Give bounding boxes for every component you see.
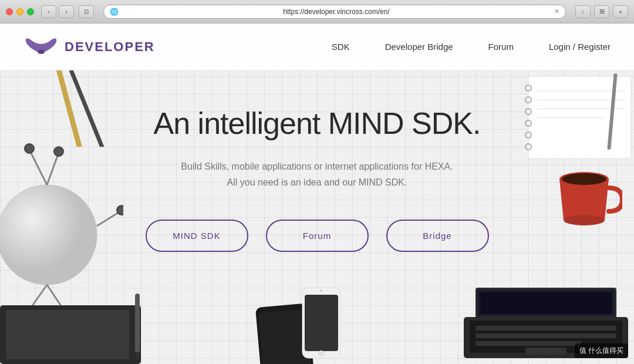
svg-rect-51: [478, 290, 614, 316]
nav-sdk[interactable]: SDK: [332, 42, 350, 52]
traffic-lights: [6, 8, 34, 15]
logo-text: DEVELOPER: [65, 39, 155, 55]
svg-point-53: [38, 49, 45, 54]
extensions-button[interactable]: +: [613, 5, 628, 18]
forum-button[interactable]: Forum: [266, 220, 369, 252]
website-content: DEVELOPER SDK Developer Bridge Forum Log…: [0, 23, 634, 364]
watermark-text: 值 什么值得买: [579, 346, 623, 355]
browser-actions: ↑ ⊞ +: [575, 5, 628, 18]
close-window-button[interactable]: [6, 8, 13, 15]
hero-buttons: MIND SDK Forum Bridge: [146, 220, 489, 252]
security-icon: 🌐: [110, 8, 119, 16]
nav-developer-bridge[interactable]: Developer Bridge: [385, 42, 453, 52]
minimize-window-button[interactable]: [16, 8, 23, 15]
bridge-button[interactable]: Bridge: [386, 220, 489, 252]
forward-button[interactable]: ›: [59, 5, 74, 18]
svg-rect-46: [476, 326, 616, 331]
svg-point-18: [21, 311, 30, 320]
svg-point-38: [318, 350, 324, 356]
mind-sdk-button[interactable]: MIND SDK: [146, 220, 248, 252]
hero-section: An intelligent MIND SDK. Build Skills, m…: [0, 70, 634, 275]
watermark: 值 什么值得买: [575, 343, 628, 358]
share-button[interactable]: ↑: [575, 5, 591, 18]
svg-rect-50: [476, 288, 616, 318]
svg-marker-43: [135, 352, 140, 361]
svg-line-17: [26, 285, 47, 314]
back-button[interactable]: ‹: [41, 5, 56, 18]
logo-area[interactable]: DEVELOPER: [23, 35, 155, 59]
svg-rect-49: [525, 348, 566, 355]
clear-url-button[interactable]: ✕: [554, 8, 559, 15]
navbar: DEVELOPER SDK Developer Bridge Forum Log…: [0, 23, 634, 70]
new-tab-button[interactable]: ⊞: [594, 5, 609, 18]
address-bar[interactable]: 🌐 https://developer.vincross.com/en/ ✕: [103, 5, 566, 19]
url-display: https://developer.vincross.com/en/: [122, 8, 551, 16]
browser-chrome: ‹ › ⊡ 🌐 https://developer.vincross.com/e…: [0, 0, 634, 23]
svg-rect-42: [135, 294, 140, 352]
svg-rect-40: [0, 305, 141, 364]
hero-subtitle-line2: All you need is an idea and our MIND SDK…: [227, 177, 407, 187]
vincross-logo-icon: [23, 35, 59, 59]
svg-rect-52: [480, 292, 612, 314]
svg-rect-47: [476, 333, 616, 338]
browser-nav-arrows: ‹ ›: [41, 5, 74, 18]
svg-point-39: [320, 289, 322, 292]
hero-subtitle-line1: Build Skills, mobile applications or int…: [181, 161, 453, 171]
phones-decoration: [252, 282, 382, 364]
svg-rect-41: [6, 310, 129, 359]
hero-title: An intelligent MIND SDK.: [154, 106, 481, 141]
svg-rect-36: [302, 288, 340, 358]
nav-forum[interactable]: Forum: [488, 42, 514, 52]
svg-rect-48: [476, 341, 581, 346]
nav-links: SDK Developer Bridge Forum Login / Regis…: [332, 42, 611, 52]
svg-rect-35: [258, 309, 312, 364]
svg-rect-34: [255, 303, 314, 364]
svg-point-16: [61, 308, 70, 317]
svg-rect-37: [305, 295, 338, 351]
tablet-decoration: [0, 294, 153, 364]
hero-subtitle: Build Skills, mobile applications or int…: [181, 159, 453, 190]
maximize-window-button[interactable]: [27, 8, 34, 15]
nav-login-register[interactable]: Login / Register: [549, 42, 611, 52]
svg-line-15: [47, 285, 65, 311]
tab-expand-button[interactable]: ⊡: [79, 5, 94, 18]
